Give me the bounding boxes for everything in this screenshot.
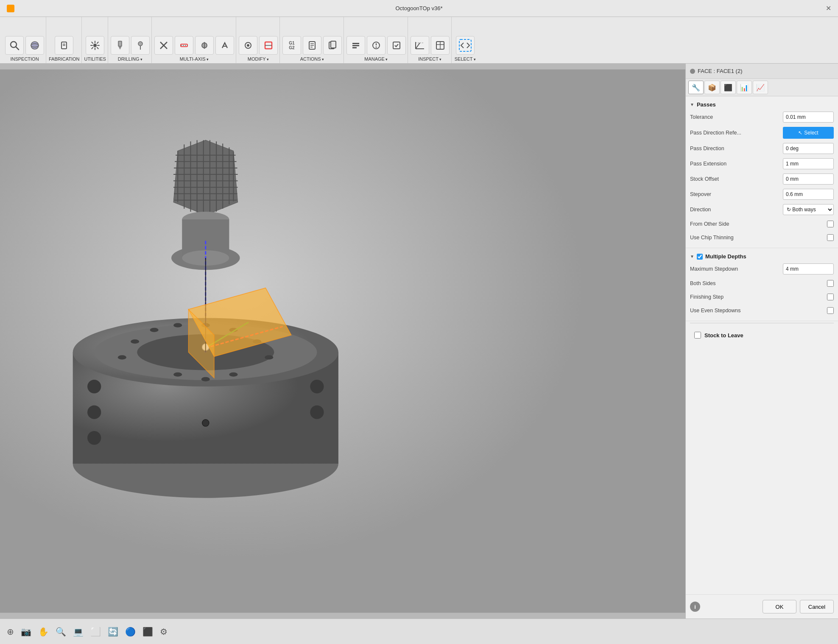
use-chip-thinning-checkbox[interactable] — [827, 234, 834, 241]
both-sides-row: Both Sides — [686, 277, 838, 290]
toolbar: INSPECTION FABRICATION UTILITIES DRI — [0, 17, 838, 64]
app-icon — [7, 5, 14, 12]
status-icon-box[interactable]: ⬜ — [90, 627, 101, 637]
select-label[interactable]: SELECT — [455, 56, 476, 62]
max-stepdown-input[interactable] — [783, 263, 834, 274]
select-btn-toolbar[interactable] — [456, 36, 475, 55]
multi-axis-btn-3[interactable] — [195, 36, 214, 55]
panel-status-dot — [690, 69, 695, 74]
svg-point-55 — [201, 377, 210, 381]
tolerance-input[interactable] — [783, 112, 834, 123]
finishing-step-checkbox[interactable] — [827, 294, 834, 300]
status-icon-display[interactable]: 💻 — [73, 627, 84, 637]
svg-point-51 — [173, 323, 182, 328]
inspect-btn-1[interactable] — [411, 36, 429, 55]
use-chip-thinning-label: Use Chip Thinning — [690, 235, 827, 241]
actions-btn-2[interactable] — [303, 36, 321, 55]
multi-axis-btn-4[interactable] — [215, 36, 234, 55]
status-icon-settings[interactable]: ⚙ — [160, 627, 168, 637]
from-other-side-label: From Other Side — [690, 221, 827, 227]
drilling-btn-2[interactable] — [131, 36, 150, 55]
drilling-btn-1[interactable] — [111, 36, 129, 55]
multi-axis-label[interactable]: MULTI-AXIS — [180, 56, 209, 62]
passes-section-header[interactable]: ▼ Passes — [686, 100, 838, 109]
stock-offset-row: Stock Offset — [686, 171, 838, 187]
tab-passes[interactable]: 📊 — [737, 81, 752, 94]
inspection-btn-2[interactable] — [25, 36, 44, 55]
status-icon-circle[interactable]: 🔵 — [125, 627, 136, 637]
info-button[interactable]: i — [690, 602, 700, 612]
svg-point-54 — [118, 355, 126, 359]
modify-btn-1[interactable] — [239, 36, 257, 55]
tolerance-row: Tolerance — [686, 109, 838, 125]
status-icon-zoom[interactable]: 🔍 — [56, 627, 66, 637]
svg-point-60 — [87, 431, 101, 445]
actions-label[interactable]: ACTIONS — [300, 56, 324, 62]
manage-btn-2[interactable] — [367, 36, 385, 55]
stock-to-leave-checkbox[interactable] — [694, 332, 701, 339]
multi-axis-btn-2[interactable] — [175, 36, 193, 55]
close-button[interactable]: ✕ — [826, 4, 831, 12]
multi-axis-btn-1[interactable] — [154, 36, 173, 55]
divider — [690, 323, 834, 323]
viewport[interactable] — [0, 64, 685, 619]
cancel-button[interactable]: Cancel — [800, 600, 834, 613]
actions-btn-3[interactable] — [323, 36, 342, 55]
drilling-label[interactable]: DRILLING — [118, 56, 142, 62]
fabrication-label: FABRICATION — [49, 56, 80, 62]
manage-label[interactable]: MANAGE — [364, 56, 388, 62]
modify-label[interactable]: MODIFY — [248, 56, 269, 62]
pass-direction-ref-select-button[interactable]: ↖ Select — [783, 127, 834, 139]
modify-btn-2[interactable] — [259, 36, 278, 55]
pass-direction-input[interactable] — [783, 143, 834, 154]
utilities-btn[interactable] — [86, 36, 104, 55]
inspect-label[interactable]: INSPECT — [418, 56, 441, 62]
svg-point-62 — [310, 406, 324, 419]
pass-direction-ref-row: Pass Direction Refe... ↖ Select — [686, 125, 838, 141]
svg-point-2 — [31, 42, 39, 49]
use-even-stepdowns-checkbox[interactable] — [827, 307, 834, 314]
inspection-label: INSPECTION — [10, 56, 39, 62]
svg-point-50 — [265, 355, 273, 359]
direction-select[interactable]: ↻ Both ways One way Climb Conventional — [783, 204, 834, 215]
tab-tool[interactable]: 🔧 — [688, 81, 704, 94]
actions-btn-1[interactable]: G1G2 — [282, 36, 301, 55]
svg-point-10 — [138, 42, 142, 46]
panel-tabs: 🔧 📦 ⬛ 📊 📈 — [686, 79, 838, 96]
fabrication-btn[interactable] — [55, 36, 73, 55]
svg-point-59 — [87, 406, 101, 419]
svg-point-53 — [131, 339, 139, 344]
from-other-side-row: From Other Side — [686, 217, 838, 231]
ok-button[interactable]: OK — [763, 600, 796, 613]
status-icon-camera[interactable]: 📷 — [21, 627, 31, 637]
pass-extension-input[interactable] — [783, 158, 834, 169]
toolbar-group-utilities: UTILITIES — [83, 17, 108, 63]
multiple-depths-header[interactable]: ▼ Multiple Depths — [686, 252, 838, 261]
from-other-side-checkbox[interactable] — [827, 221, 834, 227]
status-icon-pan[interactable]: ✋ — [38, 627, 49, 637]
stock-offset-label: Stock Offset — [690, 176, 783, 182]
stepover-label: Stepover — [690, 191, 783, 197]
svg-marker-64 — [173, 140, 238, 215]
statusbar: ⊕ 📷 ✋ 🔍 💻 ⬜ 🔄 🔵 ⬛ ⚙ — [0, 619, 838, 644]
status-icon-rotate[interactable]: 🔄 — [108, 627, 118, 637]
use-even-stepdowns-label: Use Even Stepdowns — [690, 308, 827, 314]
manage-btn-3[interactable] — [387, 36, 406, 55]
manage-btn-1[interactable] — [346, 36, 365, 55]
stepover-input[interactable] — [783, 189, 834, 200]
svg-point-7 — [93, 44, 97, 47]
inspect-btn-2[interactable] — [431, 36, 450, 55]
status-icon-navigate[interactable]: ⊕ — [7, 627, 14, 637]
tab-geometry[interactable]: 📦 — [704, 81, 720, 94]
use-even-stepdowns-row: Use Even Stepdowns — [686, 304, 838, 317]
stock-to-leave-section: Stock to Leave — [686, 325, 838, 345]
stock-offset-input[interactable] — [783, 174, 834, 185]
multiple-depths-checkbox[interactable] — [697, 254, 703, 260]
max-stepdown-label: Maximum Stepdown — [690, 266, 783, 272]
both-sides-checkbox[interactable] — [827, 280, 834, 287]
status-icon-layers[interactable]: ⬛ — [142, 627, 153, 637]
tab-linking[interactable]: 📈 — [753, 81, 768, 94]
svg-point-57 — [173, 372, 182, 377]
tab-heights[interactable]: ⬛ — [721, 81, 736, 94]
inspection-btn-1[interactable] — [5, 36, 24, 55]
